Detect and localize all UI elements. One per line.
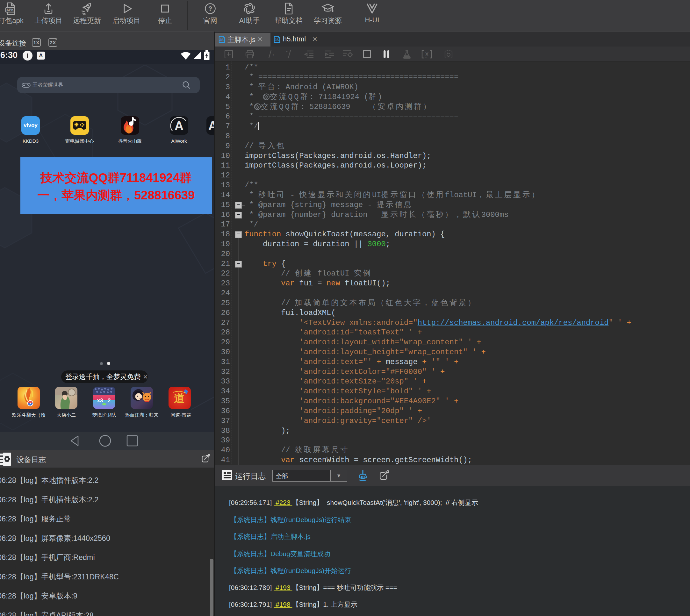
svg-text:A: A [208,119,214,133]
svg-text:A: A [175,119,184,133]
svg-text:*: * [285,50,288,56]
svg-text:APK: APK [6,8,14,12]
svg-text:x3: x3 [97,397,103,403]
svg-text:JS: JS [275,38,279,42]
svg-text:*: * [272,54,275,59]
svg-text:道: 道 [174,392,185,404]
svg-text:-2: -2 [106,397,110,403]
svg-text:JS: JS [219,38,224,42]
svg-text:X: X [425,51,429,57]
svg-text:?: ? [208,5,212,12]
